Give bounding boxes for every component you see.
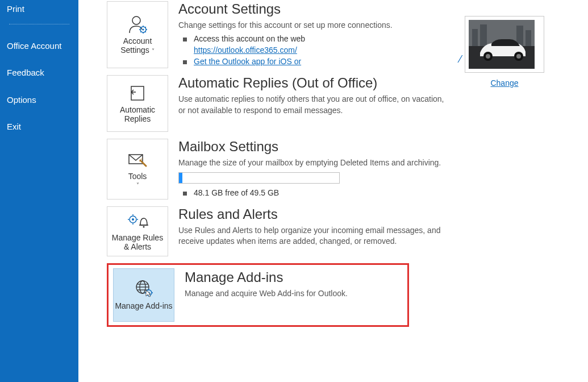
manage-addins-highlight: Manage Add-ins Manage Add-ins Manage and… — [107, 263, 409, 327]
svg-rect-21 — [131, 86, 144, 100]
svg-rect-2 — [472, 29, 478, 46]
svg-point-10 — [132, 16, 140, 24]
rules-alerts-title: Rules and Alerts — [178, 206, 577, 223]
sidebar-separator — [9, 24, 69, 24]
bullet-icon — [183, 38, 187, 41]
mailbox-quota-fill — [179, 173, 182, 183]
chevron-down-icon: ˅ — [136, 182, 139, 189]
rules-alerts-tile[interactable]: Manage Rules & Alerts — [107, 206, 168, 256]
gear-bell-icon — [127, 211, 148, 231]
stray-divider-glyph: ⁄ — [460, 53, 461, 65]
automatic-replies-desc: Use automatic replies to notify others t… — [178, 94, 451, 116]
chevron-down-icon: ˅ — [152, 48, 155, 54]
mailbox-quota-bar — [178, 172, 340, 184]
rules-alerts-desc: Use Rules and Alerts to help organize yo… — [178, 225, 468, 247]
tools-tile[interactable]: Tools ˅ — [107, 139, 168, 199]
svg-line-17 — [140, 27, 141, 27]
svg-line-18 — [145, 31, 145, 32]
svg-point-30 — [143, 226, 145, 227]
svg-line-20 — [140, 31, 141, 32]
nav-feedback[interactable]: Feedback — [0, 61, 78, 84]
nav-office-account[interactable]: Office Account — [0, 35, 78, 57]
nav-exit[interactable]: Exit — [0, 115, 78, 138]
car-illustration-icon — [469, 20, 535, 69]
tools-tile-label: Tools — [128, 172, 147, 181]
svg-point-24 — [132, 218, 134, 221]
reply-icon — [128, 84, 147, 103]
svg-line-19 — [145, 27, 145, 27]
account-settings-desc: Change settings for this account or set … — [178, 20, 451, 31]
nav-print[interactable]: Print — [0, 0, 78, 20]
account-image — [469, 20, 535, 69]
main-content: ⁄ — [78, 0, 588, 382]
account-image-block: Change — [465, 16, 544, 88]
account-image-frame — [465, 16, 544, 73]
user-gear-icon — [127, 15, 148, 34]
bullet-icon — [183, 60, 187, 64]
sidebar: Print Office Account Feedback Options Ex… — [0, 0, 78, 382]
nav-options[interactable]: Options — [0, 89, 78, 111]
manage-addins-tile-label: Manage Add-ins — [115, 301, 172, 310]
rules-alerts-section: Manage Rules & Alerts Rules and Alerts U… — [107, 206, 577, 256]
svg-point-9 — [516, 54, 521, 59]
change-image-link[interactable]: Change — [490, 78, 518, 88]
svg-rect-5 — [526, 30, 531, 46]
account-settings-tile[interactable]: Account Settings ˅ — [107, 1, 168, 68]
mailbox-settings-title: Mailbox Settings — [178, 139, 577, 155]
envelope-clean-icon — [128, 150, 147, 169]
manage-addins-tile[interactable]: Manage Add-ins — [113, 268, 174, 322]
mailbox-free-text: 48.1 GB free of 49.5 GB — [194, 188, 279, 197]
account-settings-title: Account Settings — [178, 1, 577, 18]
account-settings-tile-label: Account Settings ˅ — [110, 36, 165, 55]
automatic-replies-tile-label: Automatic Replies — [110, 105, 165, 123]
rules-alerts-tile-label: Manage Rules & Alerts — [110, 233, 165, 251]
svg-rect-3 — [480, 24, 487, 46]
manage-addins-desc: Manage and acquire Web Add-ins for Outlo… — [185, 288, 403, 300]
automatic-replies-tile[interactable]: Automatic Replies — [107, 75, 168, 132]
globe-gear-icon — [134, 279, 154, 299]
svg-point-12 — [142, 28, 144, 30]
account-web-access-text: Access this account on the web — [194, 34, 305, 43]
bullet-icon — [183, 192, 187, 196]
manage-addins-title: Manage Add-ins — [185, 269, 403, 286]
mailbox-settings-desc: Manage the size of your mailbox by empty… — [178, 157, 451, 169]
mailbox-settings-section: Tools ˅ Mailbox Settings Manage the size… — [107, 139, 577, 199]
svg-point-7 — [486, 54, 490, 59]
outlook-web-link[interactable]: https://outlook.office365.com/ — [194, 45, 297, 55]
outlook-app-link[interactable]: Get the Outlook app for iOS or — [194, 57, 301, 66]
